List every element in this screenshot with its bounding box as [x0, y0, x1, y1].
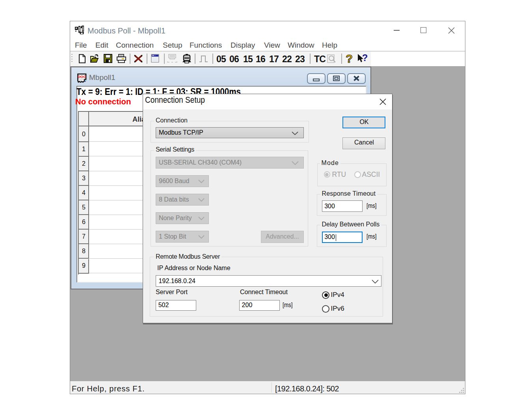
- svg-text:?: ?: [346, 53, 353, 64]
- svg-text:DOC: DOC: [78, 74, 86, 79]
- svg-text:?: ?: [362, 53, 368, 63]
